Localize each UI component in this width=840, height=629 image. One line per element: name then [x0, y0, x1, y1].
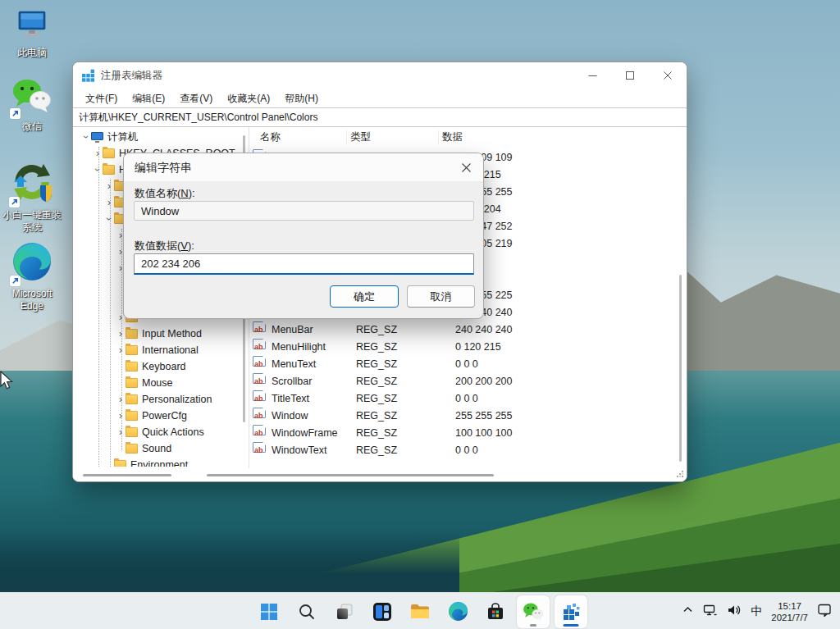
dialog-title-bar[interactable]: 编辑字符串: [124, 153, 483, 181]
close-button[interactable]: [649, 62, 687, 89]
desktop-icon-wechat[interactable]: 微信: [0, 77, 64, 133]
registry-value-row[interactable]: MenuBar REG_SZ 240 240 240: [249, 321, 687, 339]
desktop-icon-xiaobai-reinstall[interactable]: 小白一键重装系统: [0, 161, 64, 234]
list-horizontal-scrollbar[interactable]: [207, 474, 494, 476]
store-button[interactable]: [479, 595, 512, 628]
chevron-icon[interactable]: [116, 410, 126, 422]
title-bar[interactable]: 注册表编辑器: [73, 62, 687, 89]
address-bar[interactable]: 计算机\HKEY_CURRENT_USER\Control Panel\Colo…: [73, 107, 687, 127]
tree-item-label: Input Method: [142, 328, 202, 340]
registry-value-row[interactable]: Scrollbar REG_SZ 200 200 200: [249, 373, 687, 390]
column-divider[interactable]: [346, 130, 347, 144]
tree-item-icon: [126, 329, 138, 339]
task-view-button[interactable]: [328, 595, 361, 628]
start-button[interactable]: [253, 595, 285, 628]
window-resize-grip[interactable]: [677, 471, 678, 472]
value-name: MenuBar: [272, 321, 313, 339]
file-explorer-button[interactable]: [404, 595, 436, 628]
address-path: 计算机\HKEY_CURRENT_USER\Control Panel\Colo…: [73, 108, 687, 126]
edit-string-dialog: 编辑字符串 数值名称(N): 数值数据(V): 确定 取消: [123, 153, 484, 319]
chevron-icon[interactable]: [116, 328, 126, 340]
tree-item-icon: [114, 460, 126, 467]
value-data: 0 120 215: [455, 339, 501, 356]
chevron-icon[interactable]: [116, 377, 126, 389]
tree-item[interactable]: International: [73, 342, 248, 358]
value-type: REG_SZ: [356, 339, 397, 356]
tree-item[interactable]: Personalization: [73, 391, 248, 408]
column-header-name[interactable]: 名称: [260, 127, 281, 148]
desktop-icon-microsoft-edge[interactable]: Microsoft Edge: [0, 241, 64, 312]
value-data-field[interactable]: [134, 253, 474, 275]
tree-item[interactable]: Environment: [73, 457, 248, 467]
registry-value-row[interactable]: MenuText REG_SZ 0 0 0: [249, 356, 687, 373]
wallpaper-deep-water: [0, 531, 459, 592]
value-data-label: 数值数据(V):: [135, 239, 194, 253]
chevron-icon[interactable]: [116, 344, 126, 356]
tree-item[interactable]: 计算机: [73, 129, 248, 145]
wechat-icon: [11, 77, 52, 118]
chevron-icon[interactable]: [116, 394, 126, 405]
menu-item[interactable]: 编辑(E): [125, 89, 172, 107]
tray-chevron-up-icon[interactable]: [682, 604, 694, 619]
chevron-icon[interactable]: [104, 197, 114, 208]
desktop-icon-label: 此电脑: [0, 47, 64, 59]
wechat-taskbar-button[interactable]: [517, 595, 550, 628]
tree-item[interactable]: Sound: [73, 440, 248, 457]
chevron-icon[interactable]: [116, 443, 126, 454]
reg-sz-string-icon: [253, 373, 266, 384]
tree-item[interactable]: PowerCfg: [73, 408, 248, 424]
ime-language-indicator[interactable]: 中: [751, 604, 762, 619]
tree-horizontal-scrollbar[interactable]: [83, 474, 171, 476]
value-name: WindowFrame: [272, 425, 338, 442]
registry-value-row[interactable]: TitleText REG_SZ 0 0 0: [249, 390, 687, 408]
chevron-icon[interactable]: [104, 213, 114, 225]
tree-item[interactable]: Keyboard: [73, 358, 248, 375]
dialog-close-icon[interactable]: [455, 157, 477, 178]
reg-sz-string-icon: [253, 408, 266, 418]
column-divider[interactable]: [438, 130, 439, 144]
list-header: 名称 类型 数据: [249, 127, 687, 148]
edge-button[interactable]: [441, 595, 474, 628]
search-button[interactable]: [290, 595, 323, 628]
chevron-icon[interactable]: [81, 131, 91, 143]
maximize-button[interactable]: [611, 62, 649, 89]
tree-item[interactable]: Quick Actions: [73, 424, 248, 440]
registry-value-row[interactable]: Window REG_SZ 255 255 255: [249, 408, 687, 425]
menu-item[interactable]: 文件(F): [78, 89, 125, 107]
chevron-icon[interactable]: [104, 459, 114, 467]
registry-value-row[interactable]: MenuHilight REG_SZ 0 120 215: [249, 339, 687, 356]
reg-sz-string-icon: [253, 321, 266, 332]
ok-button[interactable]: 确定: [330, 285, 399, 308]
volume-icon[interactable]: [727, 604, 742, 620]
value-data: 0 0 0: [455, 390, 478, 408]
menu-item[interactable]: 帮助(H): [277, 89, 326, 107]
chevron-icon[interactable]: [104, 180, 114, 192]
value-name-field[interactable]: [134, 201, 474, 221]
chevron-icon[interactable]: [93, 164, 103, 175]
chevron-icon[interactable]: [116, 426, 126, 438]
column-header-data[interactable]: 数据: [442, 127, 463, 148]
tree-item-label: Keyboard: [142, 361, 186, 372]
network-icon[interactable]: [703, 604, 718, 620]
desktop-icon-this-pc[interactable]: 此电脑: [0, 8, 64, 59]
minimize-button[interactable]: [573, 62, 611, 89]
list-vertical-scrollbar[interactable]: [679, 275, 682, 462]
cancel-button[interactable]: 取消: [407, 285, 475, 308]
chevron-icon[interactable]: [93, 148, 103, 159]
widgets-button[interactable]: [366, 595, 399, 628]
tree-item[interactable]: Input Method: [73, 326, 248, 342]
registry-value-row[interactable]: WindowFrame REG_SZ 100 100 100: [249, 425, 687, 442]
tree-item[interactable]: Mouse: [73, 375, 248, 391]
tree-item-label: International: [142, 344, 199, 356]
column-header-type[interactable]: 类型: [350, 127, 371, 148]
tree-item-icon: [126, 362, 138, 371]
menu-item[interactable]: 查看(V): [172, 89, 220, 107]
xiaobai-reinstall-icon: [11, 161, 53, 207]
regedit-taskbar-button[interactable]: [555, 595, 587, 628]
registry-value-row[interactable]: WindowText REG_SZ 0 0 0: [249, 442, 687, 459]
shortcut-arrow-icon: [10, 108, 21, 119]
notification-center-icon[interactable]: [817, 603, 832, 620]
tray-clock[interactable]: 15:17 2021/7/7: [771, 600, 808, 623]
chevron-icon[interactable]: [116, 361, 126, 372]
menu-item[interactable]: 收藏夹(A): [220, 89, 277, 107]
